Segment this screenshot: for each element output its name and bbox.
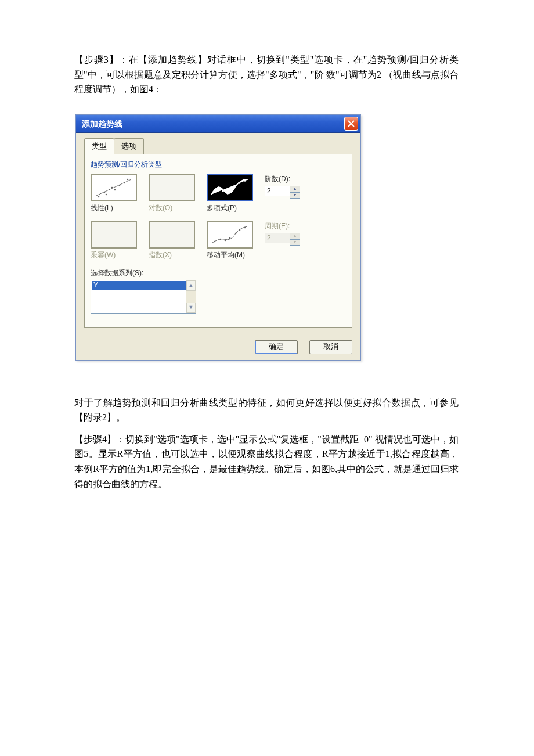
period-spin-up: ▲ [290,233,300,239]
series-item-y[interactable]: Y [92,281,195,290]
paragraph-step4: 【步骤4】：切换到"选项"选项卡，选中"显示公式"复选框，"设置截距=0" 视情… [74,432,459,491]
series-scrollbar[interactable]: ▲ ▼ [186,280,196,313]
type-log-label: 对数(O) [149,203,172,214]
tab-type[interactable]: 类型 [84,138,114,154]
dialog-title: 添加趋势线 [82,117,122,130]
svg-point-8 [213,191,215,193]
svg-point-7 [127,178,129,180]
type-linear-label: 线性(L) [91,203,113,214]
svg-point-16 [220,239,222,240]
type-movavg-label: 移动平均(M) [207,250,245,261]
svg-point-5 [119,184,121,186]
svg-point-10 [222,190,224,192]
type-exp-thumb [149,221,195,249]
svg-point-6 [124,182,125,183]
scroll-up-icon[interactable]: ▲ [186,280,196,291]
dialog-titlebar[interactable]: 添加趋势线 [76,115,360,133]
tab-options[interactable]: 选项 [114,138,144,154]
svg-point-14 [244,179,246,181]
svg-point-18 [229,237,231,239]
type-linear-thumb[interactable] [91,174,137,201]
series-label: 选择数据系列(S): [91,268,346,279]
series-listbox[interactable]: Y ▲ ▼ [91,280,196,314]
order-spin-down[interactable]: ▼ [290,192,300,199]
cancel-button[interactable]: 取消 [309,340,352,354]
type-movavg-thumb[interactable] [207,221,253,249]
type-exp-label: 指数(X) [149,250,172,261]
period-label: 周期(E): [265,221,300,232]
scroll-down-icon[interactable]: ▼ [186,303,196,313]
svg-point-2 [106,193,107,195]
paragraph-appendix-note: 对于了解趋势预测和回归分析曲线类型的特征，如何更好选择以便更好拟合数据点，可参见… [74,395,459,425]
svg-point-20 [239,229,241,231]
svg-point-0 [98,196,100,197]
svg-point-21 [244,227,246,229]
type-log-thumb [149,174,195,201]
close-icon [348,120,355,127]
type-poly-thumb[interactable] [207,174,253,201]
svg-point-15 [214,241,216,243]
paragraph-step3: 【步骤3】：在【添加趋势线】对话框中，切换到"类型"选项卡，在"趋势预测/回归分… [74,52,459,97]
order-input[interactable] [265,186,290,196]
add-trendline-dialog: 添加趋势线 类型 选项 趋势预测/回归分析类型 [75,114,361,361]
svg-point-19 [235,233,237,235]
type-power-thumb [91,221,137,249]
close-button[interactable] [344,117,358,131]
svg-point-4 [114,189,116,190]
svg-point-11 [227,192,229,194]
order-spin-up[interactable]: ▲ [290,186,300,192]
ok-button[interactable]: 确定 [255,340,298,354]
period-input [265,233,290,243]
svg-point-13 [239,182,240,183]
type-power-label: 乘幂(W) [91,250,116,261]
svg-point-3 [111,186,113,188]
regression-section-label: 趋势预测/回归分析类型 [91,159,346,170]
dialog-screenshot: 添加趋势线 类型 选项 趋势预测/回归分析类型 [75,114,459,361]
svg-point-1 [104,191,106,193]
order-label: 阶数(D): [265,174,300,185]
svg-point-17 [225,240,226,242]
svg-point-12 [233,188,234,189]
period-spin-down: ▼ [290,239,300,246]
tab-panel-type: 趋势预测/回归分析类型 线性(L) 对数(O) [84,154,352,328]
svg-point-9 [218,186,219,188]
type-poly-label: 多项式(P) [207,203,237,214]
